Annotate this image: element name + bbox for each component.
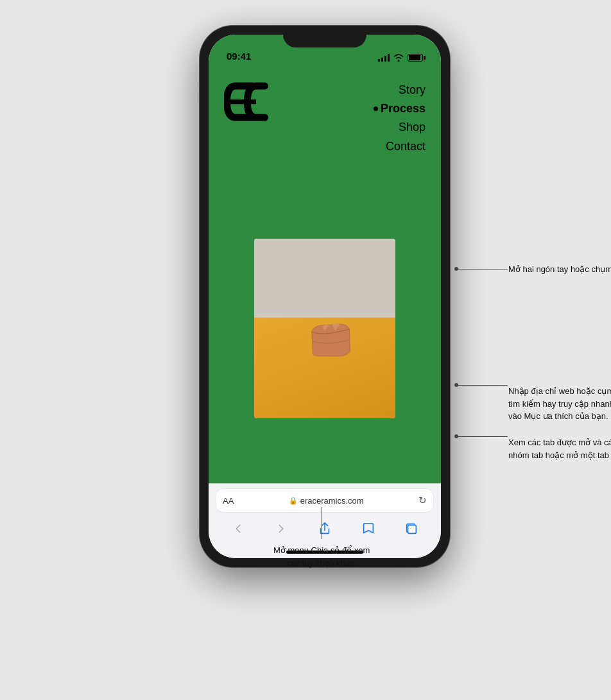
forward-button[interactable] xyxy=(267,517,295,540)
browser-toolbar xyxy=(216,512,433,543)
nav-item-shop[interactable]: Shop xyxy=(399,119,426,135)
tabs-button[interactable] xyxy=(397,517,426,540)
nav-item-contact[interactable]: Contact xyxy=(386,139,426,155)
annotation-zoom-text: Mở hai ngón tay hoặc chụm hai ngón tay đ… xyxy=(508,264,611,274)
tabs-icon xyxy=(404,522,418,536)
svg-rect-2 xyxy=(408,525,417,534)
nav-item-story[interactable]: Story xyxy=(399,82,426,98)
wifi-icon xyxy=(393,54,404,62)
annotation-tabs-text: Xem các tab được mở và cácnhóm tab hoặc … xyxy=(508,438,611,460)
notch xyxy=(283,26,366,47)
site-header: Story Process Shop Contact xyxy=(209,67,441,167)
logo-area xyxy=(224,80,288,124)
browser-chrome: AA 🔒 eraceramics.com ↻ xyxy=(209,483,441,545)
annotation-address: Nhập địa chỉ web hoặc cụm từtìm kiếm hay… xyxy=(456,385,611,423)
url-text: eraceramics.com xyxy=(300,496,364,506)
nav-active-dot xyxy=(374,107,378,111)
product-image-container xyxy=(209,167,441,483)
home-indicator xyxy=(209,545,441,558)
site-logo xyxy=(224,80,288,124)
product-image-background xyxy=(254,239,395,418)
status-icons xyxy=(378,54,423,62)
product-image xyxy=(254,239,395,418)
aa-button[interactable]: AA xyxy=(223,496,234,506)
battery-icon xyxy=(408,54,423,62)
iphone-screen: 09:41 xyxy=(209,35,441,558)
url-display: 🔒 eraceramics.com xyxy=(239,496,413,506)
annotation-zoom: Mở hai ngón tay hoặc chụm hai ngón tay đ… xyxy=(456,263,611,276)
iphone-frame: 09:41 xyxy=(200,26,450,567)
forward-icon xyxy=(274,522,288,536)
lock-icon: 🔒 xyxy=(289,497,298,505)
back-button[interactable] xyxy=(224,517,252,540)
bookmarks-button[interactable] xyxy=(354,517,383,540)
ceramic-object xyxy=(307,319,355,357)
home-bar xyxy=(286,551,363,554)
annotation-address-text: Nhập địa chỉ web hoặc cụm từtìm kiếm hay… xyxy=(508,386,611,421)
back-icon xyxy=(231,522,245,536)
share-icon xyxy=(318,522,332,536)
share-button[interactable] xyxy=(311,517,339,540)
web-content: Story Process Shop Contact xyxy=(209,67,441,483)
annotation-tabs: Xem các tab được mở và cácnhóm tab hoặc … xyxy=(456,436,611,461)
address-bar[interactable]: AA 🔒 eraceramics.com ↻ xyxy=(216,489,433,512)
signal-icon xyxy=(378,54,390,62)
nav-menu: Story Process Shop Contact xyxy=(374,80,426,155)
status-time: 09:41 xyxy=(227,51,251,62)
bookmarks-icon xyxy=(361,522,375,536)
nav-item-process[interactable]: Process xyxy=(374,101,426,117)
reload-button[interactable]: ↻ xyxy=(418,495,427,506)
